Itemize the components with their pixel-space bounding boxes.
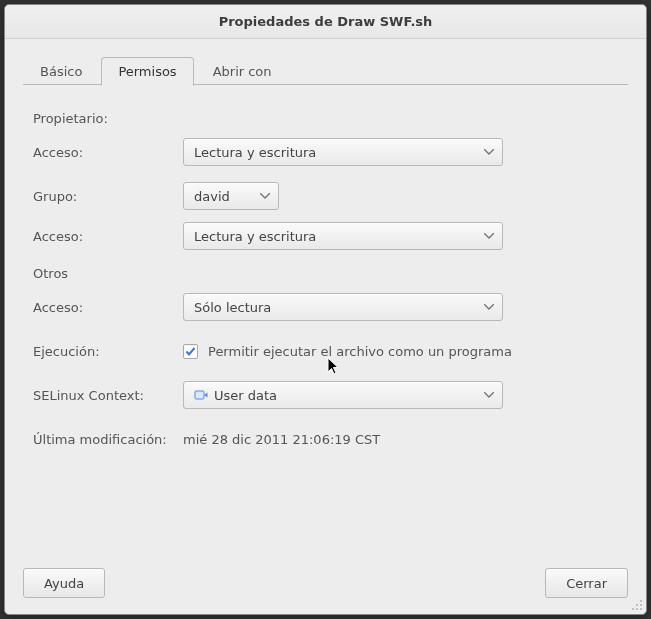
help-button-label: Ayuda <box>44 576 84 591</box>
tab-permissions-label: Permisos <box>118 64 176 79</box>
last-modified-label: Última modificación: <box>33 432 183 447</box>
group-value: david <box>194 189 230 204</box>
svg-point-5 <box>636 608 638 610</box>
dialog-content: Básico Permisos Abrir con Propietario: A… <box>5 39 646 554</box>
execution-label: Ejecución: <box>33 344 183 359</box>
group-access-label: Acceso: <box>33 229 183 244</box>
tab-open-with[interactable]: Abrir con <box>196 57 289 85</box>
chevron-down-icon <box>484 304 494 310</box>
chevron-down-icon <box>260 193 270 199</box>
execute-checkbox[interactable] <box>183 344 198 359</box>
chevron-down-icon <box>484 233 494 239</box>
group-label: Grupo: <box>33 189 183 204</box>
svg-rect-0 <box>195 391 204 399</box>
window-title: Propiedades de Draw SWF.sh <box>219 14 433 29</box>
dialog-button-row: Ayuda Cerrar <box>5 554 646 614</box>
titlebar[interactable]: Propiedades de Draw SWF.sh <box>5 5 646 39</box>
chevron-down-icon <box>484 149 494 155</box>
selinux-icon <box>194 388 208 402</box>
owner-section-label: Propietario: <box>33 111 618 126</box>
properties-dialog: Propiedades de Draw SWF.sh Básico Permis… <box>4 4 647 615</box>
group-access-value: Lectura y escritura <box>194 229 316 244</box>
others-access-value: Sólo lectura <box>194 300 271 315</box>
tab-permissions[interactable]: Permisos <box>101 57 193 86</box>
svg-point-1 <box>640 600 642 602</box>
chevron-down-icon <box>484 392 494 398</box>
tab-bar: Básico Permisos Abrir con <box>23 53 628 85</box>
close-button[interactable]: Cerrar <box>545 568 628 598</box>
owner-access-select[interactable]: Lectura y escritura <box>183 138 503 166</box>
tab-panel-permissions: Propietario: Acceso: Lectura y escritura… <box>23 85 628 554</box>
tab-basic-label: Básico <box>40 64 82 79</box>
resize-grip-icon[interactable] <box>630 598 644 612</box>
group-access-select[interactable]: Lectura y escritura <box>183 222 503 250</box>
svg-point-6 <box>632 608 634 610</box>
others-access-select[interactable]: Sólo lectura <box>183 293 503 321</box>
group-select[interactable]: david <box>183 182 279 210</box>
svg-point-3 <box>636 604 638 606</box>
close-button-label: Cerrar <box>566 576 607 591</box>
owner-access-label: Acceso: <box>33 145 183 160</box>
help-button[interactable]: Ayuda <box>23 568 105 598</box>
svg-point-2 <box>640 604 642 606</box>
svg-point-4 <box>640 608 642 610</box>
execute-checkbox-label: Permitir ejecutar el archivo como un pro… <box>208 344 512 359</box>
tab-basic[interactable]: Básico <box>23 57 99 85</box>
others-section-label: Otros <box>33 266 618 281</box>
selinux-value: User data <box>214 388 277 403</box>
tab-open-with-label: Abrir con <box>213 64 272 79</box>
others-access-label: Acceso: <box>33 300 183 315</box>
selinux-select[interactable]: User data <box>183 381 503 409</box>
owner-access-value: Lectura y escritura <box>194 145 316 160</box>
last-modified-value: mié 28 dic 2011 21:06:19 CST <box>183 432 380 447</box>
selinux-label: SELinux Context: <box>33 388 183 403</box>
